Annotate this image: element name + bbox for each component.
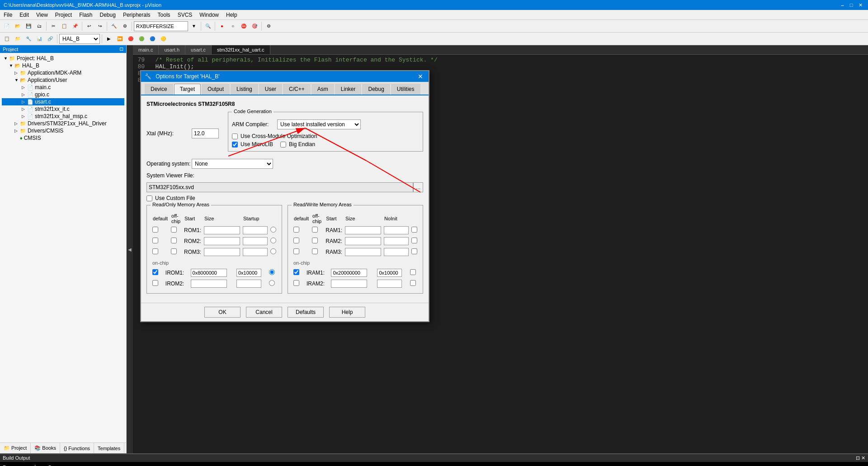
svd-browse-button[interactable]: … bbox=[413, 182, 423, 192]
tree-gpio-c[interactable]: ▷ 📄 gpio.c bbox=[2, 91, 124, 98]
tab-templates[interactable]: Templates bbox=[94, 443, 124, 453]
svd-file-input[interactable] bbox=[146, 182, 413, 192]
ro-rom1-offchip[interactable] bbox=[171, 227, 177, 233]
tab-books[interactable]: 📚 Books bbox=[31, 443, 60, 453]
ro-irom1-start[interactable] bbox=[191, 269, 227, 277]
save-all-button[interactable]: 🗂 bbox=[34, 21, 44, 31]
ro-irom1-size[interactable] bbox=[236, 269, 261, 277]
save-button[interactable]: 💾 bbox=[24, 21, 33, 31]
dialog-tab-device[interactable]: Device bbox=[145, 84, 173, 95]
new-file-button[interactable]: 📄 bbox=[2, 21, 12, 31]
rw-ram2-offchip[interactable] bbox=[312, 238, 318, 243]
rw-ram2-size[interactable] bbox=[384, 237, 409, 245]
t2-btn5[interactable]: 🔗 bbox=[45, 34, 55, 44]
target-button[interactable]: 🎯 bbox=[250, 21, 259, 31]
tree-drivers-cmsis[interactable]: ▷ 📁 Drivers/CMSIS bbox=[2, 127, 124, 134]
copy-button[interactable]: 📋 bbox=[59, 21, 69, 31]
ro-rom2-offchip[interactable] bbox=[171, 238, 177, 243]
tab-usart-c[interactable]: usart.c bbox=[185, 45, 212, 54]
ro-rom1-size[interactable] bbox=[243, 226, 268, 234]
rw-ram3-offchip[interactable] bbox=[312, 248, 318, 254]
menu-file[interactable]: File bbox=[0, 10, 16, 19]
t2-btn7[interactable]: ⏩ bbox=[115, 34, 125, 44]
rw-ram1-start[interactable] bbox=[345, 226, 381, 234]
tree-drivers-stm[interactable]: ▷ 📁 Drivers/STM32F1xx_HAL_Driver bbox=[2, 120, 124, 127]
t2-btn1[interactable]: 📋 bbox=[2, 34, 12, 44]
ro-rom1-default[interactable] bbox=[152, 227, 158, 233]
dialog-tab-debug[interactable]: Debug bbox=[362, 84, 390, 95]
panel-collapse-button[interactable]: ◀ bbox=[127, 45, 133, 453]
tab-functions[interactable]: {} Functions bbox=[60, 443, 94, 453]
xtal-input[interactable] bbox=[192, 128, 219, 138]
menu-window[interactable]: Window bbox=[196, 10, 222, 19]
dialog-tab-utilities[interactable]: Utilities bbox=[391, 84, 420, 95]
custom-file-checkbox[interactable] bbox=[146, 195, 152, 201]
tree-app-user[interactable]: ▼ 📂 Application/User bbox=[2, 76, 124, 84]
rw-ram1-default[interactable] bbox=[293, 227, 299, 233]
maximize-button[interactable]: □ bbox=[847, 1, 855, 9]
ro-rom3-start[interactable] bbox=[204, 248, 240, 256]
dialog-tab-cc[interactable]: C/C++ bbox=[283, 84, 311, 95]
rw-iram2-start[interactable] bbox=[331, 280, 367, 288]
rw-ram2-default[interactable] bbox=[293, 238, 299, 243]
t2-btn10[interactable]: 🔵 bbox=[147, 34, 157, 44]
ok-button[interactable]: OK bbox=[204, 307, 241, 318]
tree-app-mdk[interactable]: ▷ 📁 Application/MDK-ARM bbox=[2, 69, 124, 76]
tree-stm32-hal-msp[interactable]: ▷ 📄 stm32f1xx_hal_msp.c bbox=[2, 113, 124, 120]
cancel-button[interactable]: Cancel bbox=[246, 307, 282, 318]
ro-rom3-startup[interactable] bbox=[270, 248, 276, 254]
ro-rom3-offchip[interactable] bbox=[171, 248, 177, 254]
rw-ram3-start[interactable] bbox=[345, 248, 381, 256]
minimize-button[interactable]: ‒ bbox=[838, 1, 846, 9]
ro-rom3-size[interactable] bbox=[243, 248, 268, 256]
close-button[interactable]: ✕ bbox=[856, 1, 864, 9]
debug-button[interactable]: ⛔ bbox=[239, 21, 249, 31]
dialog-tab-user[interactable]: User bbox=[259, 84, 282, 95]
menu-view[interactable]: View bbox=[33, 10, 52, 19]
search-button[interactable]: 🔍 bbox=[203, 21, 213, 31]
rw-iram1-noinit[interactable] bbox=[410, 269, 416, 275]
t2-btn4[interactable]: 📊 bbox=[34, 34, 44, 44]
ro-rom2-size[interactable] bbox=[243, 237, 268, 245]
t2-btn2[interactable]: 📁 bbox=[13, 34, 23, 44]
undo-button[interactable]: ↩ bbox=[84, 21, 94, 31]
arm-compiler-select[interactable]: Use latest installed version bbox=[277, 119, 361, 129]
dialog-tab-output[interactable]: Output bbox=[202, 84, 230, 95]
menu-peripherals[interactable]: Peripherals bbox=[119, 10, 154, 19]
t2-btn11[interactable]: 🟡 bbox=[158, 34, 168, 44]
stop-button[interactable]: ○ bbox=[228, 21, 238, 31]
ro-rom1-startup[interactable] bbox=[270, 227, 276, 233]
ro-rom2-default[interactable] bbox=[152, 238, 158, 243]
menu-project[interactable]: Project bbox=[52, 10, 75, 19]
tree-halb[interactable]: ▼ 📂 HAL_B bbox=[2, 62, 124, 69]
paste-button[interactable]: 📌 bbox=[70, 21, 80, 31]
rw-iram1-size[interactable] bbox=[377, 269, 402, 277]
build-button[interactable]: 🔨 bbox=[109, 21, 119, 31]
rw-ram1-size[interactable] bbox=[384, 226, 409, 234]
ro-rom1-start[interactable] bbox=[204, 226, 240, 234]
menu-tools[interactable]: Tools bbox=[154, 10, 174, 19]
ro-rom2-startup[interactable] bbox=[270, 238, 276, 243]
ro-irom2-start[interactable] bbox=[191, 280, 227, 288]
t2-btn9[interactable]: 🟢 bbox=[137, 34, 146, 44]
ro-rom3-default[interactable] bbox=[152, 248, 158, 254]
menu-help[interactable]: Help bbox=[222, 10, 241, 19]
run-button[interactable]: ● bbox=[217, 21, 227, 31]
rw-ram2-start[interactable] bbox=[345, 237, 381, 245]
tree-stm32-it[interactable]: ▷ 📄 stm32f1xx_it.c bbox=[2, 105, 124, 113]
ro-irom2-default[interactable] bbox=[152, 280, 158, 286]
settings-button[interactable]: ⚙ bbox=[264, 21, 274, 31]
target-select[interactable]: HAL_B bbox=[59, 34, 100, 44]
rw-iram2-noinit[interactable] bbox=[410, 280, 416, 286]
dropdown-btn[interactable]: ▼ bbox=[189, 21, 199, 31]
tree-project-root[interactable]: ▼ 📁 Project: HAL_B bbox=[2, 55, 124, 62]
menu-debug[interactable]: Debug bbox=[96, 10, 119, 19]
rw-ram3-default[interactable] bbox=[293, 248, 299, 254]
tab-stm32-uart[interactable]: stm32f1xx_hal_uart.c bbox=[212, 45, 270, 54]
ro-irom2-startup[interactable] bbox=[269, 280, 275, 286]
t2-btn6[interactable]: ▶ bbox=[104, 34, 114, 44]
menu-flash[interactable]: Flash bbox=[75, 10, 96, 19]
cross-module-checkbox[interactable] bbox=[232, 133, 238, 139]
rw-ram3-size[interactable] bbox=[384, 248, 409, 256]
rxbuffersize-input[interactable] bbox=[134, 21, 188, 31]
